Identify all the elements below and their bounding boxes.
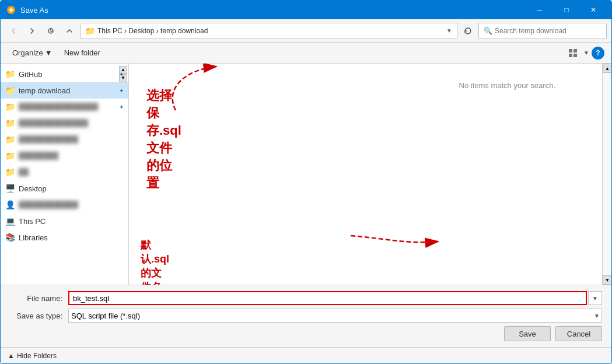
recent-button[interactable] — [43, 23, 59, 39]
file-name-dropdown-button[interactable]: ▼ — [588, 291, 602, 305]
organize-button[interactable]: Organize ▼ — [8, 46, 57, 61]
sidebar-item-label: Libraries — [19, 233, 124, 242]
main-area: ▲ ▼ 📁 GitHub ✦ 📁 temp download ✦ 📁 █████… — [1, 64, 611, 285]
sidebar-item-github[interactable]: 📁 GitHub ✦ — [1, 66, 128, 82]
folder-icon: 📁 — [5, 118, 15, 128]
save-as-type-row: Save as type: SQL script file (*.sql) ▼ — [10, 309, 602, 323]
sidebar-item-person[interactable]: 👤 ████████████ — [1, 197, 128, 213]
person-icon: 👤 — [5, 200, 15, 209]
save-as-type-wrapper: SQL script file (*.sql) ▼ — [68, 309, 602, 323]
action-buttons-row: Save Cancel — [10, 326, 602, 341]
sidebar-item-6[interactable]: 📁 ████████ — [1, 148, 128, 164]
annotation-default-filename: 默认.sql的文件名为，该备份的数据库库名，可以进行修改 — [141, 238, 169, 285]
maximize-button[interactable]: □ — [553, 1, 580, 19]
desktop-icon: 🖥️ — [5, 184, 15, 193]
sidebar-item-4[interactable]: 📁 ██████████████ — [1, 115, 128, 131]
svg-rect-3 — [573, 49, 577, 52]
folder-icon: 📁 — [5, 151, 15, 160]
vertical-scrollbar[interactable]: ▲ ▼ — [602, 64, 611, 285]
address-dropdown-icon[interactable]: ▼ — [446, 27, 452, 34]
empty-message: No items match your search. — [459, 81, 555, 90]
sidebar-item-label: ████████████████ — [19, 103, 117, 111]
title-bar: Save As ─ □ ✕ — [1, 1, 611, 19]
pin-icon: ✦ — [119, 104, 124, 110]
view-options-button[interactable] — [565, 46, 581, 61]
sidebar: ▲ ▼ 📁 GitHub ✦ 📁 temp download ✦ 📁 █████… — [1, 64, 129, 285]
pin-icon: ✦ — [119, 88, 124, 94]
save-as-dialog: Save As ─ □ ✕ 📁 This PC › Desktop › temp… — [0, 0, 612, 364]
back-button[interactable] — [5, 23, 22, 39]
pc-icon: 💻 — [5, 216, 15, 226]
annotation-save-location: 选择保存.sql文件的位置 — [146, 87, 181, 192]
svg-rect-2 — [569, 49, 572, 52]
folder-icon: 📁 — [5, 135, 15, 144]
organize-label: Organize — [12, 48, 43, 57]
help-button[interactable]: ? — [592, 47, 604, 60]
svg-rect-4 — [569, 54, 572, 57]
folder-icon: 📁 — [5, 102, 15, 111]
window-controls: ─ □ ✕ — [526, 1, 607, 19]
folder-icon: 📁 — [5, 86, 15, 95]
navigation-bar: 📁 This PC › Desktop › temp download ▼ 🔍 — [1, 19, 611, 43]
window-icon — [5, 4, 17, 16]
sidebar-item-temp-download[interactable]: 📁 temp download ✦ — [1, 82, 128, 99]
forward-button[interactable] — [24, 23, 40, 39]
content-area: No items match your search. 选择保存.sql文件的位… — [129, 64, 602, 285]
sidebar-item-libraries[interactable]: 📚 Libraries — [1, 229, 128, 246]
sidebar-item-this-pc[interactable]: 💻 This PC — [1, 213, 128, 229]
refresh-button[interactable] — [460, 23, 476, 39]
search-input[interactable] — [495, 27, 601, 35]
sidebar-item-label: Desktop — [19, 184, 124, 193]
sidebar-item-desktop[interactable]: 🖥️ Desktop — [1, 180, 128, 197]
hide-folders-button[interactable]: ▲ Hide Folders — [8, 352, 57, 360]
hide-folders-label: Hide Folders — [17, 352, 57, 360]
sidebar-item-label: ████████████ — [19, 135, 124, 144]
folder-icon: 📁 — [5, 167, 15, 177]
hide-folders-icon: ▲ — [8, 352, 15, 360]
new-folder-button[interactable]: New folder — [60, 46, 105, 61]
close-button[interactable]: ✕ — [580, 1, 607, 19]
view-dropdown-icon: ▼ — [583, 50, 589, 56]
search-icon: 🔍 — [484, 27, 492, 35]
scroll-up-button[interactable]: ▲ — [603, 64, 611, 73]
sidebar-item-label: GitHub — [19, 70, 117, 79]
sidebar-item-label: ████████████ — [19, 201, 124, 209]
up-button[interactable] — [61, 23, 78, 39]
sidebar-item-label: temp download — [19, 86, 117, 95]
scroll-down-button[interactable]: ▼ — [603, 275, 611, 285]
file-name-row: File name: ▼ — [10, 291, 602, 305]
new-folder-label: New folder — [64, 48, 100, 57]
file-name-label: File name: — [10, 294, 68, 303]
address-bar[interactable]: 📁 This PC › Desktop › temp download ▼ — [80, 23, 457, 39]
search-box[interactable]: 🔍 — [478, 23, 607, 39]
organize-dropdown-icon: ▼ — [45, 48, 53, 57]
bottom-bar: File name: ▼ Save as type: SQL script fi… — [1, 285, 611, 347]
sidebar-item-7[interactable]: 📁 ██ — [1, 164, 128, 180]
address-path: This PC › Desktop › temp download — [97, 27, 444, 35]
save-button[interactable]: Save — [504, 326, 551, 341]
sidebar-item-5[interactable]: 📁 ████████████ — [1, 131, 128, 148]
svg-rect-5 — [573, 54, 577, 57]
save-as-type-label: Save as type: — [10, 312, 68, 320]
address-folder-icon: 📁 — [85, 26, 95, 36]
sidebar-item-label: ██████████████ — [19, 119, 124, 127]
window-title: Save As — [20, 6, 526, 15]
pin-icon: ✦ — [119, 71, 124, 78]
folder-icon: 📁 — [5, 69, 15, 79]
annotation-arrows — [129, 64, 602, 285]
file-name-input[interactable] — [68, 291, 587, 305]
sidebar-item-label: ████████ — [19, 152, 124, 160]
sidebar-item-label: This PC — [19, 217, 124, 226]
cancel-button[interactable]: Cancel — [555, 326, 602, 341]
save-as-type-select[interactable]: SQL script file (*.sql) — [68, 309, 602, 323]
hide-folders-bar: ▲ Hide Folders — [1, 347, 611, 363]
sidebar-item-3[interactable]: 📁 ████████████████ ✦ — [1, 99, 128, 115]
libraries-icon: 📚 — [5, 233, 15, 242]
toolbar: Organize ▼ New folder ▼ ? — [1, 43, 611, 64]
minimize-button[interactable]: ─ — [526, 1, 553, 19]
sidebar-item-label: ██ — [19, 168, 124, 176]
